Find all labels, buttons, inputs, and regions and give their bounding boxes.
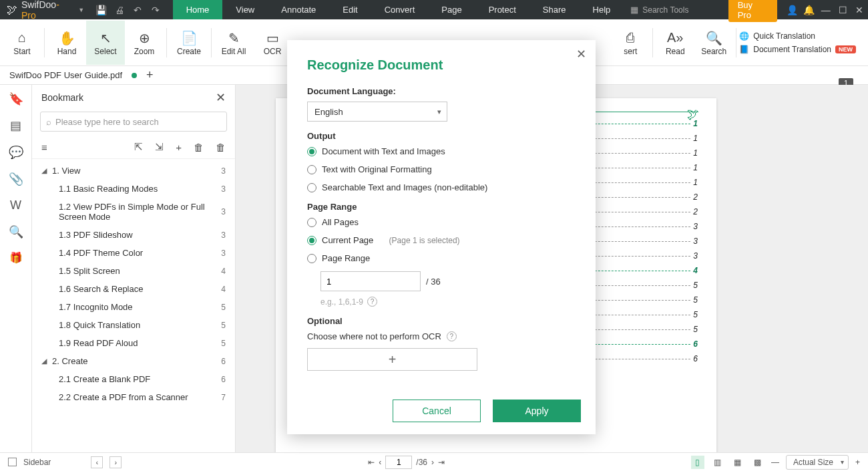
ribbon-create[interactable]: 📄Create	[170, 21, 208, 65]
print-icon[interactable]: 🖨	[110, 5, 128, 15]
ribbon-hand[interactable]: ✋Hand	[47, 21, 86, 65]
list-icon[interactable]: ≡	[41, 142, 47, 153]
quick-translation-link[interactable]: 🌐Quick Translation	[739, 31, 856, 41]
help-icon[interactable]: ?	[367, 297, 377, 307]
menu-convert[interactable]: Convert	[371, 0, 429, 19]
language-select[interactable]: English	[307, 102, 447, 122]
page-nav: ⇤ ‹ /36 › ⇥	[368, 456, 445, 469]
ribbon-editall[interactable]: ✎Edit All	[214, 21, 253, 65]
bookmark-item[interactable]: 1.7 Incognito Mode5	[32, 298, 235, 316]
add-bookmark-icon[interactable]: +	[176, 142, 182, 153]
menu-help[interactable]: Help	[580, 0, 624, 19]
zoom-in-icon[interactable]: +	[855, 458, 860, 467]
page-input[interactable]	[385, 456, 412, 469]
view-continuous-icon[interactable]: ▥	[711, 456, 724, 469]
nav-prev-icon[interactable]: ‹	[91, 456, 103, 468]
ribbon-insert[interactable]: ⎙sert	[611, 21, 650, 65]
output-opt-2[interactable]: Text with Original Formatting	[307, 164, 576, 174]
undo-icon[interactable]: ↶	[129, 5, 147, 15]
ribbon-read[interactable]: A»Read	[656, 21, 694, 65]
bookmark-item[interactable]: 2.2 Create a PDF from a Scanner7	[32, 388, 235, 406]
app-menu-dropdown-icon[interactable]: ▼	[75, 7, 87, 13]
bookmark-item[interactable]: 1.3 PDF Slideshow3	[32, 226, 235, 244]
cursor-icon: ↖	[100, 29, 112, 47]
output-opt-3[interactable]: Searchable Text and Images (non-editable…	[307, 182, 576, 192]
output-opt-1[interactable]: Document with Text and Images	[307, 146, 576, 156]
dove-icon: 🕊	[7, 4, 17, 16]
hand-icon: ✋	[59, 29, 75, 47]
comments-icon[interactable]: 💬	[9, 145, 23, 160]
add-exclusion-button[interactable]: +	[307, 348, 477, 371]
ribbon-ocr[interactable]: ▭OCR	[253, 21, 292, 65]
menu-home[interactable]: Home	[173, 0, 223, 19]
bookmark-close-icon[interactable]: ✕	[216, 90, 226, 105]
search-tools[interactable]: ▦ Search Tools	[624, 5, 721, 15]
home-icon: ⌂	[18, 29, 26, 47]
ribbon-start[interactable]: ⌂Start	[3, 21, 41, 65]
nav-next-icon[interactable]: ›	[110, 456, 122, 468]
zoom-select[interactable]: Actual Size	[786, 455, 849, 470]
close-icon[interactable]: ✕	[851, 5, 868, 15]
view-single-icon[interactable]: ▯	[691, 456, 704, 469]
word-icon[interactable]: W	[10, 198, 21, 212]
new-tab-icon[interactable]: +	[146, 68, 154, 82]
output-label: Output	[307, 131, 576, 141]
view-facing-icon[interactable]: ▦	[731, 456, 744, 469]
collapse-icon[interactable]: ⇲	[155, 141, 164, 153]
bookmark-search[interactable]: ⌕ Please type here to search	[40, 112, 227, 132]
expand-icon[interactable]: ⇱	[134, 141, 143, 153]
menu-protect[interactable]: Protect	[475, 0, 529, 19]
bookmark-item[interactable]: 1.5 Split Screen4	[32, 262, 235, 280]
ribbon-zoom[interactable]: ⊕Zoom	[125, 21, 164, 65]
prev-page-icon[interactable]: ‹	[379, 458, 381, 467]
delete-icon[interactable]: 🗑	[194, 142, 204, 153]
menu-share[interactable]: Share	[529, 0, 580, 19]
attachment-icon[interactable]: 📎	[9, 172, 23, 186]
bookmark-item[interactable]: 1.9 Read PDF Aloud5	[32, 334, 235, 352]
view-grid-icon[interactable]: ▩	[751, 456, 765, 469]
maximize-icon[interactable]: ☐	[834, 5, 851, 15]
dialog-close-icon[interactable]: ✕	[576, 47, 586, 61]
menu-page[interactable]: Page	[428, 0, 475, 19]
delete-all-icon[interactable]: 🗑	[216, 142, 226, 153]
redo-icon[interactable]: ↷	[147, 5, 165, 15]
last-page-icon[interactable]: ⇥	[438, 458, 445, 467]
bookmark-item[interactable]: ◢2. Create6	[32, 352, 235, 370]
next-page-icon[interactable]: ›	[431, 458, 434, 467]
ribbon-search[interactable]: 🔍Search	[694, 21, 733, 65]
range-input[interactable]	[320, 271, 421, 291]
sidebar-label[interactable]: Sidebar	[23, 458, 51, 467]
menu-annotate[interactable]: Annotate	[268, 0, 329, 19]
sidebar-toggle-icon[interactable]	[8, 458, 17, 466]
bookmark-item[interactable]: ◢1. View3	[32, 162, 235, 180]
gift-icon[interactable]: 🎁	[9, 251, 23, 264]
bookmark-item[interactable]: 2.1 Create a Blank PDF6	[32, 370, 235, 388]
save-icon[interactable]: 💾	[92, 5, 110, 15]
document-translation-link[interactable]: 📘Document TranslationNEW	[739, 45, 856, 54]
bookmark-item[interactable]: 1.8 Quick Translation5	[32, 316, 235, 334]
menu-view[interactable]: View	[222, 0, 268, 19]
tab-filename[interactable]: SwifDoo PDF User Guide.pdf	[9, 70, 122, 80]
thumbnails-icon[interactable]: ▤	[10, 118, 21, 133]
search-rail-icon[interactable]: 🔍	[9, 224, 23, 239]
cancel-button[interactable]: Cancel	[393, 400, 481, 422]
range-current[interactable]: Current Page (Page 1 is selected)	[307, 235, 576, 245]
first-page-icon[interactable]: ⇤	[368, 458, 375, 467]
minimize-icon[interactable]: —	[817, 5, 834, 15]
bookmark-item[interactable]: 1.2 View PDFs in Simple Mode or Full Scr…	[32, 198, 235, 226]
range-custom[interactable]: Page Range	[307, 253, 576, 263]
apply-button[interactable]: Apply	[493, 400, 581, 422]
range-all[interactable]: All Pages	[307, 217, 576, 227]
buy-pro-button[interactable]: Buy Pro	[728, 0, 777, 22]
bookmark-item[interactable]: 1.4 PDF Theme Color3	[32, 244, 235, 262]
user-icon[interactable]: 👤	[784, 5, 801, 15]
bookmark-icon[interactable]: 🔖	[9, 92, 23, 106]
bookmark-item[interactable]: 1.6 Search & Replace4	[32, 280, 235, 298]
zoom-out-icon[interactable]: —	[771, 458, 779, 467]
menu-edit[interactable]: Edit	[329, 0, 371, 19]
help-icon[interactable]: ?	[447, 331, 457, 341]
bell-icon[interactable]: 🔔	[801, 5, 817, 15]
bookmark-item[interactable]: 1.1 Basic Reading Modes3	[32, 180, 235, 198]
ribbon-select[interactable]: ↖Select	[86, 21, 125, 65]
lang-label: Document Language:	[307, 86, 576, 96]
